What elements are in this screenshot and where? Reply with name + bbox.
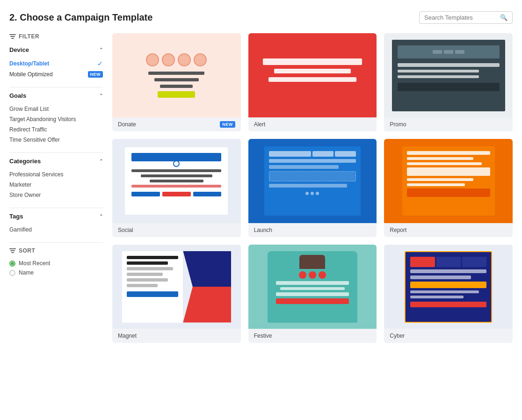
- goals-section-header[interactable]: Goals ⌃: [9, 92, 103, 99]
- filter-icon: [9, 34, 16, 39]
- template-card-festive[interactable]: Festive: [248, 245, 377, 343]
- magnet-left: [122, 251, 183, 323]
- main-content: Donate NEW Alert: [112, 33, 513, 343]
- template-preview-donate: [112, 33, 241, 117]
- social-avatar: [173, 160, 180, 167]
- tags-section: Tags ⌃ Gamified: [9, 213, 103, 235]
- launch-visual: [248, 139, 377, 223]
- template-card-social[interactable]: Social: [112, 139, 241, 237]
- template-card-alert[interactable]: Alert: [248, 33, 377, 131]
- sort-name[interactable]: Name: [9, 268, 103, 277]
- template-card-promo[interactable]: Promo: [384, 33, 513, 131]
- tags-section-header[interactable]: Tags ⌃: [9, 213, 103, 220]
- sort-header: SORT: [9, 247, 103, 254]
- social-inner: [125, 147, 228, 215]
- template-name-festive: Festive: [254, 333, 272, 339]
- goal-redirect-traffic[interactable]: Redirect Traffic: [9, 124, 103, 135]
- festive-top: [299, 255, 325, 269]
- search-box[interactable]: 🔍: [419, 11, 513, 24]
- device-desktop[interactable]: Desktop/Tablet ✓: [9, 58, 103, 69]
- launch-inner: [264, 146, 361, 216]
- festive-btn: [276, 298, 348, 304]
- donate-visual: [112, 33, 241, 117]
- report-visual: [384, 139, 513, 223]
- tags-label: Tags: [9, 213, 23, 220]
- donate-circles: [146, 53, 207, 66]
- cyber-inner: [405, 251, 492, 323]
- device-label: Device: [9, 46, 29, 53]
- sidebar: FILTER Device ⌃ Desktop/Tablet ✓ Mobile …: [9, 33, 112, 343]
- magnet-inner: [122, 251, 231, 323]
- sort-most-recent-label: Most Recent: [19, 260, 50, 267]
- template-footer-promo: Promo: [384, 117, 513, 131]
- page-title: 2. Choose a Campaign Template: [9, 12, 152, 23]
- content-layout: FILTER Device ⌃ Desktop/Tablet ✓ Mobile …: [9, 33, 513, 343]
- promo-bg: [384, 33, 513, 117]
- template-footer-magnet: Magnet: [112, 329, 241, 343]
- donate-new-badge: NEW: [220, 121, 235, 128]
- check-icon: ✓: [97, 60, 103, 67]
- festive-inner: [268, 251, 357, 323]
- categories-label: Categories: [9, 158, 41, 165]
- sort-most-recent[interactable]: Most Recent: [9, 259, 103, 268]
- template-footer-cyber: Cyber: [384, 329, 513, 343]
- template-name-cyber: Cyber: [390, 333, 405, 339]
- template-name-donate: Donate: [118, 121, 136, 128]
- categories-section-header[interactable]: Categories ⌃: [9, 158, 103, 165]
- sort-section: SORT Most Recent Name: [9, 247, 103, 277]
- goals-section: Goals ⌃ Grow Email List Target Abandonin…: [9, 92, 103, 145]
- template-name-magnet: Magnet: [118, 333, 137, 339]
- device-mobile-label: Mobile Optimized: [9, 71, 53, 78]
- template-card-report[interactable]: Report: [384, 139, 513, 237]
- promo-top: [398, 45, 500, 58]
- template-card-cyber[interactable]: Cyber: [384, 245, 513, 343]
- template-card-magnet[interactable]: Magnet: [112, 245, 241, 343]
- chevron-up-icon: ⌃: [99, 214, 103, 219]
- cyber-top-row: [410, 257, 486, 267]
- template-name-launch: Launch: [254, 227, 272, 233]
- chevron-up-icon: ⌃: [99, 93, 103, 98]
- cat-professional[interactable]: Professional Services: [9, 169, 103, 180]
- template-preview-social: [112, 139, 241, 223]
- filter-header: FILTER: [9, 33, 103, 40]
- template-name-report: Report: [390, 227, 406, 233]
- sort-label: SORT: [19, 247, 35, 254]
- festive-visual: [248, 245, 377, 329]
- search-icon: 🔍: [500, 14, 507, 21]
- tag-gamified[interactable]: Gamified: [9, 224, 103, 235]
- cat-store-owner[interactable]: Store Owner: [9, 190, 103, 200]
- cat-marketer[interactable]: Marketer: [9, 180, 103, 190]
- social-footer: [131, 192, 221, 196]
- magnet-right: [183, 251, 231, 323]
- chevron-up-icon: ⌃: [99, 159, 103, 164]
- template-preview-launch: [248, 139, 377, 223]
- search-input[interactable]: [424, 14, 500, 21]
- radio-name[interactable]: [9, 270, 15, 276]
- device-section-header[interactable]: Device ⌃: [9, 46, 103, 53]
- goal-grow-email[interactable]: Grow Email List: [9, 104, 103, 114]
- magnet-right-bottom: [183, 287, 231, 323]
- template-name-social: Social: [118, 227, 133, 233]
- goal-time-sensitive[interactable]: Time Sensitive Offer: [9, 135, 103, 145]
- radio-most-recent[interactable]: [9, 261, 15, 267]
- template-preview-cyber: [384, 245, 513, 329]
- template-card-launch[interactable]: Launch: [248, 139, 377, 237]
- template-preview-promo: [384, 33, 513, 117]
- page-container: 2. Choose a Campaign Template 🔍 FILTER D…: [0, 0, 522, 420]
- report-inner: [402, 146, 495, 216]
- goal-target-abandoning[interactable]: Target Abandoning Visitors: [9, 114, 103, 124]
- template-footer-social: Social: [112, 223, 241, 237]
- sort-name-label: Name: [19, 269, 34, 276]
- promo-visual: [392, 40, 505, 111]
- template-footer-donate: Donate NEW: [112, 117, 241, 131]
- template-name-alert: Alert: [254, 121, 266, 128]
- device-desktop-label: Desktop/Tablet: [9, 60, 49, 67]
- device-mobile[interactable]: Mobile Optimized NEW: [9, 69, 103, 80]
- goals-label: Goals: [9, 92, 26, 99]
- template-card-donate[interactable]: Donate NEW: [112, 33, 241, 131]
- magnet-visual: [112, 245, 241, 329]
- categories-section: Categories ⌃ Professional Services Marke…: [9, 158, 103, 200]
- festive-circles: [299, 271, 326, 279]
- template-footer-launch: Launch: [248, 223, 377, 237]
- template-footer-festive: Festive: [248, 329, 377, 343]
